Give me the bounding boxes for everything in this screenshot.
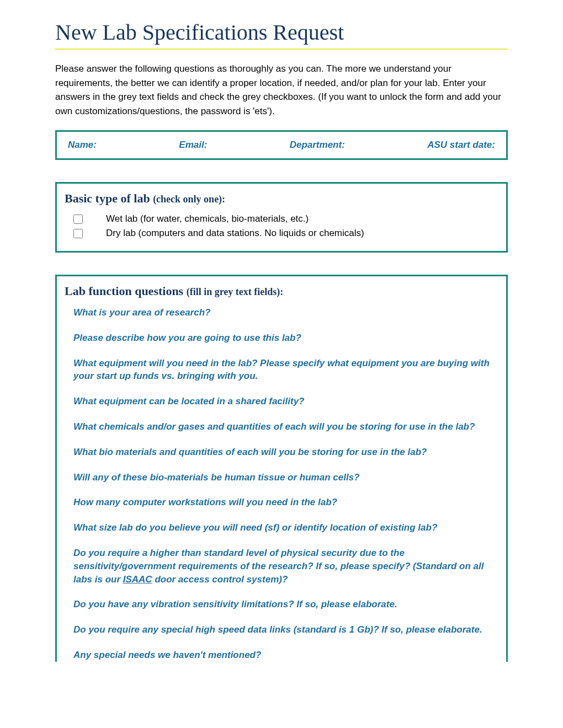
- question-human-tissue: Will any of these bio-materials be human…: [73, 471, 498, 484]
- lab-type-option-wet: Wet lab (for water, chemicals, bio-mater…: [73, 213, 498, 224]
- question-vibration: Do you have any vibration sensitivity li…: [73, 598, 498, 611]
- question-research-area: What is your area of research?: [73, 306, 498, 319]
- intro-paragraph: Please answer the following questions as…: [55, 62, 508, 118]
- email-label: Email:: [179, 140, 207, 151]
- lab-function-heading-sub: (fill in grey text fields):: [187, 286, 284, 297]
- wet-lab-checkbox[interactable]: [73, 215, 83, 224]
- identity-panel: Name: Email: Department: ASU start date:: [55, 130, 508, 160]
- question-equipment-need: What equipment will you need in the lab?…: [73, 357, 498, 383]
- name-label: Name:: [68, 140, 97, 151]
- dry-lab-checkbox[interactable]: [73, 229, 83, 238]
- lab-function-heading-main: Lab function questions: [65, 284, 187, 298]
- lab-function-panel: Lab function questions (fill in grey tex…: [55, 275, 508, 662]
- question-lab-use: Please describe how you are going to use…: [73, 331, 498, 345]
- lab-type-heading-main: Basic type of lab: [65, 191, 153, 205]
- start-date-label: ASU start date:: [427, 140, 495, 151]
- question-chemicals: What chemicals and/or gases and quantiti…: [73, 420, 498, 433]
- wet-lab-label: Wet lab (for water, chemicals, bio-mater…: [106, 213, 309, 224]
- question-shared-equipment: What equipment can be located in a share…: [73, 395, 498, 408]
- question-lab-size: What size lab do you believe you will ne…: [73, 521, 498, 534]
- question-data-links: Do you require any special high speed da…: [73, 623, 498, 636]
- question-special-needs: Any special needs we haven't mentioned?: [73, 649, 498, 662]
- isaac-link[interactable]: ISAAC: [123, 574, 152, 585]
- page-title: New Lab Specifications Request: [55, 19, 508, 45]
- question-security-post: door access control system)?: [152, 574, 288, 585]
- lab-type-heading: Basic type of lab (check only one):: [65, 191, 498, 206]
- title-underline: [55, 49, 508, 50]
- department-label: Department:: [290, 140, 345, 151]
- question-biomaterials: What bio materials and quantities of eac…: [73, 446, 498, 459]
- question-security: Do you require a higher than standard le…: [73, 547, 498, 586]
- lab-type-option-dry: Dry lab (computers and data stations. No…: [73, 228, 498, 239]
- lab-function-heading: Lab function questions (fill in grey tex…: [65, 284, 498, 298]
- question-workstations: How many computer workstations will you …: [73, 496, 498, 509]
- lab-type-heading-sub: (check only one):: [153, 194, 225, 205]
- dry-lab-label: Dry lab (computers and data stations. No…: [106, 228, 364, 239]
- lab-type-panel: Basic type of lab (check only one): Wet …: [55, 182, 508, 253]
